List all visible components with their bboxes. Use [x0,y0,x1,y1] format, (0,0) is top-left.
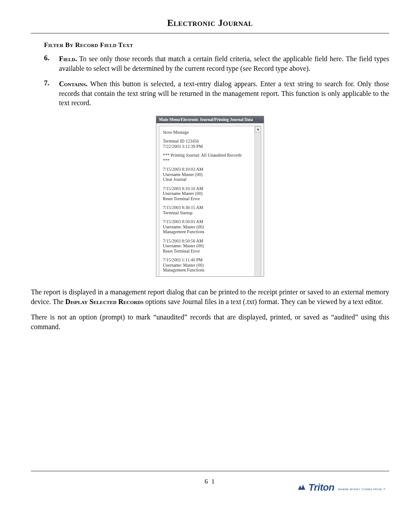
body-paragraph: The report is displayed in a management … [31,287,389,306]
journal-entry: 7/15/2003 8:10:10 AMUsername Master (00)… [163,186,257,202]
inline-smallcaps: Display Selected Records [65,298,144,305]
header-rule [31,33,389,33]
list-body: Contains. When this button is selected, … [59,79,389,108]
logo-text: Triton [309,482,335,493]
journal-entry: 7/15/2003 8:50:56 AMUsername: Master (00… [163,238,257,254]
journal-entry: 7/15/2003 8:36:15 AMTerminal Startup [163,205,257,215]
journal-entry: *** Printing Journal: All Unaudited Reco… [163,153,257,163]
dialog-window: Main Menu/Electronic Journal/Printing Jo… [156,116,264,277]
logo-tagline: WHERE MONEY COMES FROM.™ [338,488,386,491]
journal-line: 7/15/2003 8:10:03 AM [163,167,257,172]
journal-entry: Store Message [163,130,257,135]
section-heading: Filter By Record Field Text [44,41,389,49]
list-number: 6. [44,54,59,73]
list-body: Field. To see only those records that ma… [59,54,389,73]
journal-line: 7/15/2003 1:11:40 PM [163,257,257,263]
list-item: 6. Field. To see only those records that… [44,54,389,73]
scroll-up-button[interactable]: ▲ [255,126,261,132]
journal-line: Store Message [163,130,257,135]
scrollbar[interactable]: ▲ ▼ [254,126,261,277]
list-item: 7. Contains. When this button is selecte… [44,79,389,108]
journal-line: 7/22/2003 3:12:39 PM [163,144,257,149]
journal-line: Username: Master (00) [163,224,257,230]
triton-mark-icon [297,483,306,492]
embedded-screenshot: Main Menu/Electronic Journal/Printing Jo… [31,116,389,277]
journal-line: 7/15/2003 8:50:01 AM [163,219,257,224]
page-title: Electronic Journal [31,18,389,33]
list-lead: Field. [59,55,77,62]
list-number: 7. [44,79,59,108]
dialog-content: Store MessageTerminal ID 1234567/22/2003… [159,126,261,277]
journal-line: *** [163,158,257,163]
journal-line: 7/15/2003 8:36:15 AM [163,205,257,210]
journal-entry: Terminal ID 1234567/22/2003 3:12:39 PM [163,139,257,149]
para-text: options save Journal files in a text (.t… [144,298,383,305]
journal-line: Reset Terminal Error [163,196,257,202]
numbered-list: 6. Field. To see only those records that… [44,54,389,108]
journal-entry: 7/15/2003 1:11:40 PMUsername: Master (00… [163,257,257,273]
journal-line: Username Master (00) [163,191,257,196]
journal-entry: 7/15/2003 8:50:01 AMUsername: Master (00… [163,219,257,235]
journal-entry: 7/15/2003 8:10:03 AMUsername Master (00)… [163,167,257,182]
list-text: When this button is selected, a text-ent… [59,80,389,106]
journal-line: Clear Journal [163,177,257,182]
journal-line: Management Functions [163,268,257,273]
dialog-titlebar: Main Menu/Electronic Journal/Printing Jo… [156,116,264,123]
journal-line: Username Master (00) [163,172,257,177]
journal-line: Management Functions [163,229,257,235]
journal-line: 7/15/2003 8:50:56 AM [163,238,257,244]
journal-line: 7/15/2003 8:10:10 AM [163,186,257,191]
journal-line: Reset Terminal Error [163,249,257,254]
body-paragraph: There is not an option (prompt) to mark … [31,312,389,331]
journal-line: *** Printing Journal: All Unaudited Reco… [163,153,257,158]
journal-line: Username: Master (00) [163,243,257,249]
list-text: To see only those records that match a c… [59,55,389,72]
journal-line: Username: Master (00) [163,263,257,268]
list-lead: Contains. [59,80,88,88]
journal-line: Terminal ID 123456 [163,139,257,144]
journal-line: Terminal Startup [163,210,257,216]
brand-logo: Triton WHERE MONEY COMES FROM.™ [297,482,386,493]
footer-rule [31,471,389,471]
